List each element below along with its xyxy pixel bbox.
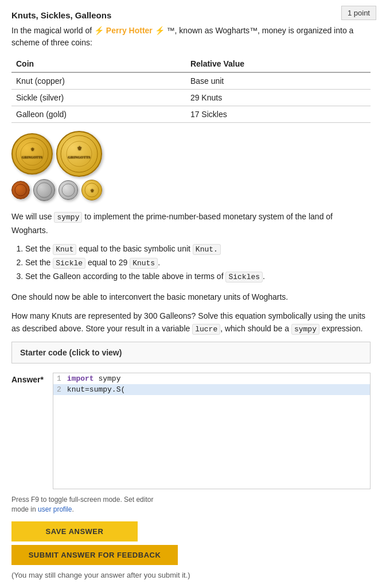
col-header-coin: Coin — [11, 56, 186, 72]
starter-code-label: Starter code (click to view) — [20, 348, 122, 357]
code-content-1: import sympy — [67, 374, 121, 383]
intro-emoji-2: ⚡ — [155, 26, 165, 35]
coin-value-knut: Base unit — [186, 72, 371, 90]
interconvert-text: One should now be able to interconvert t… — [11, 291, 371, 303]
line-number-2: 2 — [53, 385, 67, 394]
perry-name: Perry Hotter — [106, 26, 153, 35]
coins-row-small: ⚜ — [11, 179, 371, 201]
code-content-2: knut=sumpy.S( — [67, 385, 125, 394]
sympy-intro-text: We will use sympy to implement the prime… — [11, 210, 371, 237]
table-row: Knut (copper) Base unit — [11, 72, 371, 90]
svg-text:GRINGOTTS: GRINGOTTS — [68, 155, 91, 159]
coin-gold-large-1: ⚜ GRINGOTTS — [11, 133, 53, 175]
page-container: 1 point Knuts, Sickles, Galleons In the … — [0, 0, 382, 588]
coin-value-galleon: 17 Sickles — [186, 106, 371, 123]
lucre-code: lucre — [192, 324, 220, 335]
svg-point-4 — [61, 136, 98, 172]
footnote: (You may still change your answer after … — [11, 571, 371, 579]
coins-image: ⚜ GRINGOTTS ⚜ GRINGOTTS — [11, 131, 371, 201]
coin-name-galleon: Galleon (gold) — [11, 106, 186, 123]
table-row: Galleon (gold) 17 Sickles — [11, 106, 371, 123]
col-header-value: Relative Value — [186, 56, 371, 72]
knut-code-1: Knut — [53, 244, 76, 255]
coin-name-sickle: Sickle (silver) — [11, 90, 186, 106]
intro-text: In the magical world of ⚡ Perry Hotter ⚡… — [11, 25, 371, 49]
coin-gold-large-2: ⚜ GRINGOTTS — [56, 131, 102, 177]
svg-text:⚜: ⚜ — [30, 147, 34, 152]
coin-name-knut: Knut (copper) — [11, 72, 186, 90]
svg-text:GRINGOTTS: GRINGOTTS — [22, 156, 43, 159]
code-line-1: 1 import sympy — [53, 373, 370, 384]
svg-text:⚜: ⚜ — [90, 188, 94, 194]
intro-text-before: In the magical world of — [11, 26, 92, 35]
instruction-item-2: Set the Sickle equal to 29 Knuts. — [25, 256, 371, 270]
code-editor[interactable]: 1 import sympy 2 knut=sumpy.S( — [53, 373, 371, 489]
knut-code-2: Knut. — [193, 244, 221, 255]
editor-hint: Press F9 to toggle full-screen mode. Set… — [11, 495, 371, 514]
answer-label: Answer* — [11, 373, 44, 384]
line-number-1: 1 — [53, 374, 67, 383]
code-line-2: 2 knut=sumpy.S( — [53, 384, 370, 395]
instruction-item-1: Set the Knut equal to the basic symbolic… — [25, 242, 371, 256]
coin-silver-small-1 — [33, 179, 55, 201]
user-profile-link[interactable]: user profile — [38, 505, 72, 513]
coin-silver-small-2 — [59, 180, 78, 200]
svg-text:⚜: ⚜ — [77, 145, 82, 152]
point-badge: 1 point — [341, 6, 376, 20]
svg-point-1 — [21, 142, 44, 165]
code-textarea[interactable] — [53, 395, 161, 487]
knuts-code-1: Knuts — [130, 258, 158, 269]
svg-point-10 — [62, 184, 75, 196]
coins-row-large: ⚜ GRINGOTTS ⚜ GRINGOTTS — [11, 131, 371, 177]
starter-code-box[interactable]: Starter code (click to view) — [11, 342, 371, 363]
sickles-code-1: Sickles — [225, 272, 263, 283]
instructions-list: Set the Knut equal to the basic symbolic… — [25, 242, 371, 284]
answer-section: Answer* 1 import sympy 2 knut=sumpy.S( — [11, 373, 371, 489]
question-text: How many Knuts are represented by 300 Ga… — [11, 310, 371, 336]
svg-point-0 — [16, 138, 48, 170]
instruction-item-3: Set the Galleon according to the table a… — [25, 270, 371, 284]
coin-copper-small — [11, 181, 30, 199]
submit-answer-button[interactable]: SUBMIT ANSWER FOR FEEDBACK — [11, 545, 178, 565]
sympy-code-2: sympy — [291, 324, 319, 335]
coins-table: Coin Relative Value Knut (copper) Base u… — [11, 56, 371, 123]
table-row: Sickle (silver) 29 Knuts — [11, 90, 371, 106]
buttons-row: SAVE ANSWER SUBMIT ANSWER FOR FEEDBACK — [11, 521, 371, 565]
sickle-code-1: Sickle — [53, 258, 85, 269]
coin-gold-small: ⚜ — [81, 180, 102, 200]
intro-emoji-1: ⚡ — [94, 26, 104, 35]
question-title: Knuts, Sickles, Galleons — [11, 10, 371, 20]
sympy-code-1: sympy — [54, 212, 82, 223]
coin-value-sickle: 29 Knuts — [186, 90, 371, 106]
svg-point-9 — [37, 183, 52, 198]
save-answer-button[interactable]: SAVE ANSWER — [11, 521, 138, 541]
svg-point-8 — [15, 184, 26, 196]
